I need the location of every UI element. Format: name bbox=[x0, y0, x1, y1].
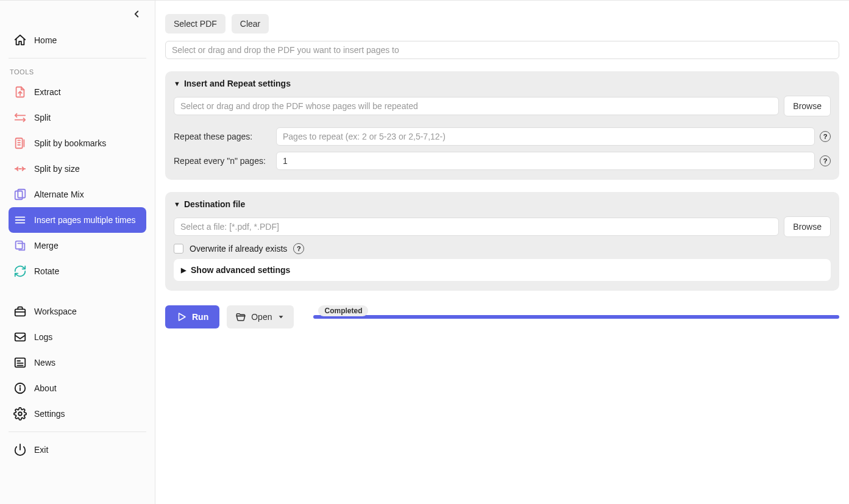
destination-panel: ▼ Destination file Browse Overwrite if a… bbox=[165, 192, 839, 291]
svg-rect-6 bbox=[16, 241, 23, 249]
overwrite-checkbox[interactable] bbox=[174, 244, 183, 254]
sidebar-item-label: Home bbox=[34, 35, 57, 45]
extract-icon bbox=[13, 85, 27, 99]
sidebar-item-split-bookmarks[interactable]: Split by bookmarks bbox=[9, 130, 146, 156]
sidebar-item-label: Split bbox=[34, 113, 51, 122]
split-bookmarks-icon bbox=[13, 137, 27, 150]
sidebar-item-label: Merge bbox=[34, 241, 59, 250]
open-button[interactable]: Open bbox=[227, 305, 294, 328]
sidebar-item-home[interactable]: Home bbox=[9, 27, 146, 53]
sidebar-item-alternate-mix[interactable]: Alternate Mix bbox=[9, 182, 146, 207]
insert-settings-panel: ▼ Insert and Repeat settings Browse Repe… bbox=[165, 71, 839, 180]
clear-button[interactable]: Clear bbox=[232, 14, 269, 34]
target-pdf-input[interactable] bbox=[165, 41, 839, 59]
triangle-right-icon: ▶ bbox=[181, 266, 186, 274]
destination-header[interactable]: ▼ Destination file bbox=[174, 199, 831, 209]
sidebar-item-label: Exit bbox=[34, 445, 48, 455]
sidebar-item-news[interactable]: News bbox=[9, 350, 146, 375]
triangle-down-icon: ▼ bbox=[174, 80, 180, 87]
action-row: Run Open Completed bbox=[165, 305, 839, 328]
progress-bar bbox=[313, 315, 839, 319]
sidebar-item-extract[interactable]: Extract bbox=[9, 79, 146, 105]
home-icon bbox=[13, 34, 27, 47]
sidebar-item-label: Extract bbox=[34, 87, 61, 97]
help-icon[interactable]: ? bbox=[820, 155, 831, 166]
merge-icon bbox=[13, 239, 27, 252]
run-button[interactable]: Run bbox=[165, 305, 219, 328]
workspace-icon bbox=[13, 305, 27, 318]
logs-icon bbox=[13, 330, 27, 344]
sidebar-item-exit[interactable]: Exit bbox=[9, 437, 146, 463]
main-content: Select PDF Clear ▼ Insert and Repeat set… bbox=[155, 1, 849, 504]
repeat-pages-input[interactable] bbox=[276, 127, 815, 146]
help-icon[interactable]: ? bbox=[820, 131, 831, 142]
advanced-settings-toggle[interactable]: ▶ Show advanced settings bbox=[174, 259, 831, 281]
sidebar-item-insert-pages[interactable]: Insert pages multiple times bbox=[9, 207, 146, 233]
sidebar-item-label: About bbox=[34, 383, 57, 393]
svg-point-16 bbox=[18, 412, 22, 416]
overwrite-label: Overwrite if already exists bbox=[190, 244, 287, 254]
sidebar-item-label: Logs bbox=[34, 332, 52, 342]
source-pdf-input[interactable] bbox=[174, 97, 779, 115]
sidebar: Home TOOLS Extract Split Split by bookma… bbox=[0, 1, 155, 504]
collapse-sidebar-button[interactable] bbox=[129, 7, 144, 21]
rotate-icon bbox=[13, 264, 27, 278]
sidebar-item-label: Split by size bbox=[34, 164, 80, 174]
triangle-down-icon: ▼ bbox=[174, 201, 180, 208]
sidebar-item-workspace[interactable]: Workspace bbox=[9, 299, 146, 324]
divider bbox=[9, 58, 146, 59]
triangle-down-icon bbox=[277, 313, 285, 321]
split-size-icon bbox=[13, 162, 27, 176]
sidebar-section-tools: TOOLS bbox=[9, 63, 146, 79]
split-icon bbox=[13, 111, 27, 124]
news-icon bbox=[13, 356, 27, 369]
sidebar-item-label: Workspace bbox=[34, 307, 77, 316]
insert-settings-header[interactable]: ▼ Insert and Repeat settings bbox=[174, 79, 831, 88]
sidebar-item-logs[interactable]: Logs bbox=[9, 324, 146, 350]
alternate-mix-icon bbox=[13, 188, 27, 201]
svg-point-15 bbox=[20, 386, 21, 386]
progress-container: Completed bbox=[313, 315, 839, 319]
sidebar-item-split[interactable]: Split bbox=[9, 105, 146, 130]
svg-marker-19 bbox=[279, 316, 283, 318]
destination-file-input[interactable] bbox=[174, 218, 779, 236]
sidebar-item-label: Split by bookmarks bbox=[34, 138, 106, 148]
sidebar-item-split-size[interactable]: Split by size bbox=[9, 156, 146, 182]
folder-open-icon bbox=[235, 311, 246, 322]
about-icon bbox=[13, 382, 27, 395]
repeat-every-label: Repeat every "n" pages: bbox=[174, 156, 271, 166]
svg-marker-18 bbox=[179, 313, 186, 321]
run-label: Run bbox=[192, 312, 208, 322]
chevron-left-icon bbox=[131, 9, 142, 20]
toolbar: Select PDF Clear bbox=[165, 14, 839, 34]
sidebar-item-rotate[interactable]: Rotate bbox=[9, 258, 146, 284]
browse-source-button[interactable]: Browse bbox=[784, 96, 831, 116]
sidebar-item-label: Settings bbox=[34, 409, 65, 419]
sidebar-item-settings[interactable]: Settings bbox=[9, 401, 146, 427]
insert-pages-icon bbox=[13, 213, 27, 227]
repeat-every-input[interactable] bbox=[276, 152, 815, 170]
power-icon bbox=[13, 443, 27, 456]
browse-destination-button[interactable]: Browse bbox=[784, 216, 831, 237]
open-label: Open bbox=[251, 312, 272, 322]
select-pdf-button[interactable]: Select PDF bbox=[165, 14, 226, 34]
repeat-pages-label: Repeat these pages: bbox=[174, 132, 271, 141]
play-icon bbox=[176, 311, 187, 322]
settings-icon bbox=[13, 407, 27, 421]
panel-title: Destination file bbox=[184, 199, 245, 209]
sidebar-item-about[interactable]: About bbox=[9, 375, 146, 401]
sidebar-item-label: Alternate Mix bbox=[34, 190, 84, 199]
sidebar-item-merge[interactable]: Merge bbox=[9, 233, 146, 258]
advanced-settings-label: Show advanced settings bbox=[191, 265, 290, 275]
sidebar-item-label: Rotate bbox=[34, 266, 59, 276]
panel-title: Insert and Repeat settings bbox=[184, 79, 291, 88]
sidebar-item-label: News bbox=[34, 358, 55, 367]
divider bbox=[9, 431, 146, 432]
progress-status: Completed bbox=[318, 305, 368, 316]
sidebar-item-label: Insert pages multiple times bbox=[34, 215, 136, 225]
help-icon[interactable]: ? bbox=[293, 243, 304, 254]
